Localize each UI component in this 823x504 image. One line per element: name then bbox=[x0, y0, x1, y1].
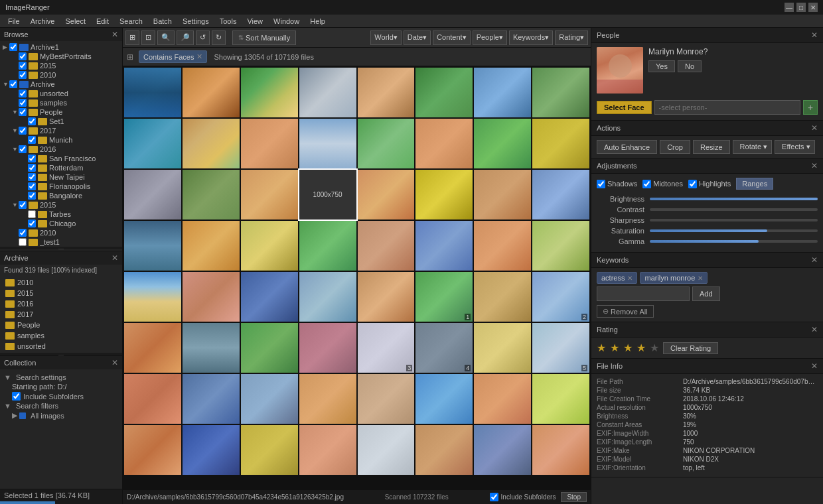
check-set1[interactable] bbox=[28, 117, 36, 125]
file-info-close-icon[interactable]: ✕ bbox=[811, 361, 818, 371]
grid-cell[interactable] bbox=[415, 119, 473, 168]
add-face-button[interactable]: + bbox=[803, 100, 818, 115]
grid-cell[interactable] bbox=[474, 425, 531, 475]
filter-content-button[interactable]: Content▾ bbox=[433, 31, 471, 45]
grid-cell[interactable]: 1 bbox=[415, 272, 473, 322]
filter-rating-button[interactable]: Rating▾ bbox=[555, 31, 588, 45]
archive-item-2010[interactable]: 2010 bbox=[0, 277, 122, 288]
star-3[interactable]: ★ bbox=[623, 342, 633, 354]
grid-cell[interactable] bbox=[299, 272, 356, 322]
shadows-checkbox[interactable] bbox=[597, 180, 605, 188]
check-2015b[interactable] bbox=[19, 201, 27, 209]
grid-cell[interactable] bbox=[241, 221, 298, 271]
tree-item-munich[interactable]: Munich bbox=[0, 135, 122, 145]
menu-edit[interactable]: Edit bbox=[91, 16, 114, 27]
grid-cell[interactable] bbox=[299, 374, 356, 424]
collection-close-icon[interactable]: ✕ bbox=[112, 358, 118, 367]
grid-cell[interactable] bbox=[241, 272, 298, 322]
grid-cell[interactable] bbox=[124, 323, 181, 373]
grid-cell[interactable] bbox=[532, 170, 589, 220]
collection-include-subfolders[interactable]: Include Subfolders bbox=[4, 392, 118, 401]
grid-cell-selected[interactable]: 1000x750 bbox=[299, 170, 356, 220]
grid-cell[interactable] bbox=[124, 374, 181, 424]
tree-item-tarbes[interactable]: Tarbes bbox=[0, 210, 122, 219]
collection-search-settings[interactable]: ▼ Search settings bbox=[4, 373, 118, 381]
saturation-slider[interactable] bbox=[650, 229, 818, 232]
remove-all-keywords-button[interactable]: Remove All bbox=[597, 305, 654, 318]
menu-window[interactable]: Window bbox=[268, 16, 305, 27]
actions-close-icon[interactable]: ✕ bbox=[811, 123, 818, 133]
grid-cell[interactable]: 3 bbox=[358, 323, 415, 373]
grid-cell[interactable]: 2 bbox=[532, 272, 589, 322]
tree-item-mybestportraits[interactable]: MyBestPortraits bbox=[0, 52, 122, 61]
grid-cell[interactable] bbox=[474, 68, 531, 117]
grid-cell[interactable] bbox=[415, 374, 473, 424]
menu-settings[interactable]: Settings bbox=[177, 16, 214, 27]
archive-item-unsorted[interactable]: unsorted bbox=[0, 341, 122, 351]
filter-tag-close-icon[interactable]: ✕ bbox=[196, 52, 202, 61]
tree-item-2016[interactable]: 2016 bbox=[0, 145, 122, 154]
stop-button[interactable]: Stop bbox=[561, 492, 587, 502]
tree-item-2015b[interactable]: 2015 bbox=[0, 200, 122, 210]
grid-cell[interactable] bbox=[124, 221, 181, 271]
grid-cell[interactable] bbox=[532, 221, 589, 271]
grid-cell[interactable] bbox=[532, 119, 589, 168]
menu-help[interactable]: Help bbox=[305, 16, 331, 27]
check-test1[interactable] bbox=[19, 238, 27, 246]
include-subfolders-status-checkbox[interactable] bbox=[490, 493, 498, 501]
check-florianopolis[interactable] bbox=[28, 182, 36, 190]
shadows-checkbox-item[interactable]: Shadows bbox=[597, 180, 637, 188]
midtones-checkbox[interactable] bbox=[642, 180, 651, 188]
grid-cell[interactable] bbox=[415, 170, 473, 220]
grid-cell[interactable] bbox=[474, 323, 531, 373]
check-people[interactable] bbox=[19, 108, 27, 116]
menu-tools[interactable]: Tools bbox=[214, 16, 242, 27]
zoom-out-button[interactable]: 🔎 bbox=[177, 31, 194, 45]
filter-keywords-button[interactable]: Keywords▾ bbox=[509, 31, 553, 45]
minimize-button[interactable]: — bbox=[785, 3, 794, 12]
grid-view-button[interactable]: ⊞ bbox=[125, 31, 139, 45]
people-close-icon[interactable]: ✕ bbox=[811, 31, 818, 40]
check-chicago[interactable] bbox=[28, 220, 36, 227]
grid-cell[interactable] bbox=[415, 425, 473, 475]
star-4[interactable]: ★ bbox=[636, 342, 646, 354]
tree-item-2010a[interactable]: 2010 bbox=[0, 70, 122, 80]
collection-all-images[interactable]: ▶ All images bbox=[4, 411, 118, 420]
sharpness-slider[interactable] bbox=[650, 219, 818, 221]
include-subfolders-checkbox[interactable] bbox=[12, 392, 21, 401]
grid-cell[interactable] bbox=[241, 68, 298, 117]
rotate-left-button[interactable]: ↺ bbox=[196, 31, 210, 45]
archive-item-samples[interactable]: samples bbox=[0, 330, 122, 341]
sort-button[interactable]: ⇅ Sort Manually bbox=[232, 31, 296, 45]
grid-cell[interactable] bbox=[415, 221, 473, 271]
rotate-right-button[interactable]: ↻ bbox=[212, 31, 226, 45]
archive-item-2016[interactable]: 2016 bbox=[0, 298, 122, 309]
gamma-slider[interactable] bbox=[650, 240, 818, 243]
grid-cell[interactable] bbox=[183, 425, 240, 475]
resize-button[interactable]: Resize bbox=[693, 140, 730, 154]
grid-cell[interactable]: 4 bbox=[415, 323, 473, 373]
archive-item-2015[interactable]: 2015 bbox=[0, 288, 122, 298]
check-bangalore[interactable] bbox=[28, 192, 36, 200]
grid-cell[interactable] bbox=[358, 272, 415, 322]
close-button[interactable]: ✕ bbox=[808, 3, 818, 12]
keyword-marilyn-remove-icon[interactable]: ✕ bbox=[698, 275, 703, 282]
tree-item-sanfrancisco[interactable]: San Francisco bbox=[0, 154, 122, 163]
menu-batch[interactable]: Batch bbox=[148, 16, 177, 27]
grid-cell[interactable] bbox=[474, 170, 531, 220]
tree-item-unsorted[interactable]: unsorted bbox=[0, 89, 122, 98]
check-2015a[interactable] bbox=[19, 62, 27, 70]
tree-item-chicago[interactable]: Chicago bbox=[0, 219, 122, 228]
zoom-in-button[interactable]: 🔍 bbox=[157, 31, 175, 45]
highlights-checkbox[interactable] bbox=[688, 180, 697, 188]
maximize-button[interactable]: □ bbox=[796, 3, 806, 12]
grid-cell[interactable] bbox=[358, 68, 415, 117]
auto-enhance-button[interactable]: Auto Enhance bbox=[597, 140, 657, 154]
adjustments-close-icon[interactable]: ✕ bbox=[811, 161, 818, 170]
grid-cell[interactable] bbox=[183, 68, 240, 117]
menu-file[interactable]: File bbox=[3, 16, 25, 27]
star-1[interactable]: ★ bbox=[597, 342, 606, 354]
grid-cell[interactable] bbox=[124, 272, 181, 322]
check-newtaipei[interactable] bbox=[28, 173, 36, 181]
star-5[interactable]: ★ bbox=[650, 342, 659, 354]
